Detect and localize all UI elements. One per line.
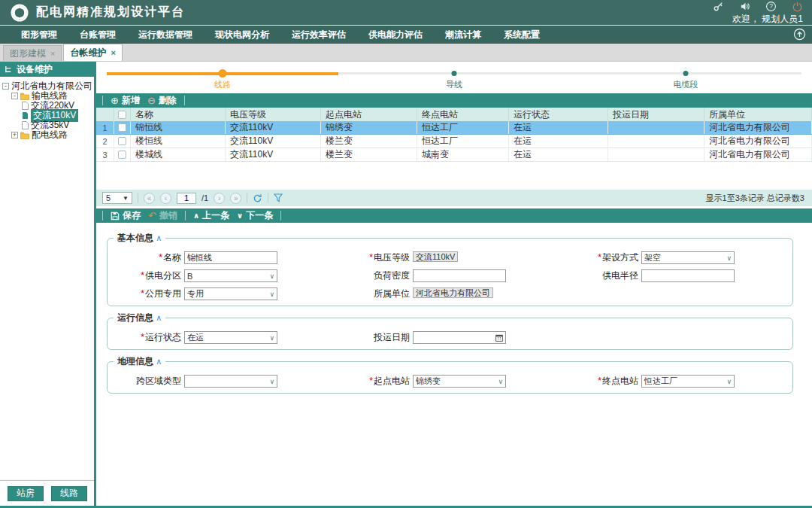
cell-voltage: 交流110kV [226,148,321,161]
region-type-select[interactable]: ∨ [184,375,277,388]
wizard-stepper: 线路 导线 电缆段 [96,62,812,90]
cell-org: 河北省电力有限公司 [704,135,812,148]
start-station-select[interactable]: 锦绣变∨ [413,375,506,388]
cell-status: 在运 [509,135,608,148]
col-header-voltage[interactable]: 电压等级 [226,108,321,121]
prev-record-button[interactable]: ∧ 上一条 [193,209,229,222]
load-density-input[interactable] [413,269,506,282]
name-input[interactable] [184,251,277,264]
save-button[interactable]: 保存 [111,209,141,222]
page-size-select[interactable]: 5 ▼ [102,192,132,204]
key-icon[interactable] [713,1,724,12]
last-page-button[interactable]: » [230,193,241,204]
radius-input[interactable] [641,269,735,282]
step-dot[interactable] [219,69,227,78]
start-station-label: 起点电站 [277,375,410,388]
menu-item-graphic-mgmt[interactable]: 图形管理 [21,29,57,41]
erection-label: 架设方式 [506,251,638,264]
line-button[interactable]: 线路 [51,486,87,501]
step-conductor[interactable]: 导线 [338,69,570,90]
app-logo-icon [11,4,29,22]
commission-date-input[interactable] [413,331,506,344]
tree-node-distribution-lines[interactable]: + 配电线路 [2,130,92,140]
table-row[interactable]: 3 楼城线 交流110kV 楼兰变 城南变 在运 河北省电力有限公司 [96,148,812,162]
next-record-button[interactable]: ∨ 下一条 [237,209,273,222]
col-header-start-station[interactable]: 起点电站 [321,108,417,121]
erection-select[interactable]: 架空∨ [641,251,735,264]
status-select[interactable]: 在运∨ [184,331,277,344]
status-label: 运行状态 [108,331,181,344]
table-row[interactable]: 2 楼恒线 交流110kV 楼兰变 恒达工厂 在运 河北省电力有限公司 [96,135,812,148]
public-select[interactable]: 专用∨ [184,287,277,300]
undo-button[interactable]: ↶ 撤销 [148,209,177,222]
row-checkbox[interactable] [118,123,126,132]
prev-page-button[interactable]: ‹ [160,193,171,204]
menu-item-efficiency-eval[interactable]: 运行效率评估 [292,29,346,41]
zone-select[interactable]: B∨ [184,269,277,282]
select-all-checkbox[interactable] [118,111,126,119]
svg-text:?: ? [769,2,773,10]
cell-start-station: 锦绣变 [321,121,417,134]
expand-icon[interactable]: + [11,132,18,138]
delete-button[interactable]: ⊖ 删除 [147,94,177,107]
table-header-row: 名称 电压等级 起点电站 终点电站 运行状态 投运日期 所属单位 [96,108,812,121]
zone-label: 供电分区 [108,269,181,282]
collapse-icon[interactable]: - [11,93,18,99]
step-line[interactable]: 线路 [107,69,338,90]
end-station-select[interactable]: 恒达工厂∨ [641,375,735,388]
page-number-input[interactable] [177,193,196,204]
filter-icon[interactable] [274,193,283,202]
col-header-status[interactable]: 运行状态 [509,108,608,121]
menu-item-system-config[interactable]: 系统配置 [504,29,540,41]
chevron-down-icon: ∨ [269,272,274,280]
power-icon[interactable] [792,1,803,12]
col-header-name[interactable]: 名称 [131,108,226,121]
collapse-chevron-icon[interactable]: ∧ [156,357,162,366]
public-label: 公用专用 [108,287,181,300]
table-row[interactable]: 1 锦恒线 交流110kV 锦绣变 恒达工厂 在运 河北省电力有限公司 [96,121,812,135]
menu-item-capacity-eval[interactable]: 供电能力评估 [368,29,423,41]
device-tree: - 河北省电力有限公司 - 输电线路 交流220kV [0,77,94,480]
sound-icon[interactable] [739,1,750,12]
menu-item-operation-data[interactable]: 运行数据管理 [138,29,192,41]
running-info-legend[interactable]: 运行信息 ∧ [114,312,165,324]
collapse-icon[interactable]: - [2,83,9,90]
menu-collapse-icon[interactable] [793,28,806,43]
station-button[interactable]: 站房 [8,486,44,501]
first-page-button[interactable]: « [144,193,155,204]
row-checkbox[interactable] [118,151,126,159]
cell-end-station: 城南变 [417,148,509,161]
col-header-org[interactable]: 所属单位 [704,108,812,121]
tab-ledger-maintenance[interactable]: 台帐维护 × [63,44,122,61]
col-header-end-station[interactable]: 终点电站 [417,108,509,121]
tab-bar: 图形建模 × 台帐维护 × [0,44,812,62]
tab-close-icon[interactable]: × [111,48,115,57]
next-page-button[interactable]: › [214,193,225,204]
tab-graphic-modeling[interactable]: 图形建模 × [3,45,62,61]
cell-status: 在运 [509,121,608,134]
chevron-down-icon: ∨ [726,254,732,262]
menu-item-power-flow[interactable]: 潮流计算 [445,29,481,41]
org-readonly-field: 河北省电力有限公司 [413,287,493,298]
collapse-chevron-icon[interactable]: ∧ [156,313,162,322]
sidebar-title: 设备维护 [17,63,53,76]
geo-info-legend[interactable]: 地理信息 ∧ [114,355,165,368]
step-dot[interactable] [452,71,457,76]
tab-close-icon[interactable]: × [50,49,55,58]
row-checkbox[interactable] [118,137,126,145]
help-icon[interactable]: ? [765,1,777,12]
refresh-icon[interactable] [253,193,262,203]
add-button[interactable]: ⊕ 新增 [111,94,140,107]
menu-item-grid-analysis[interactable]: 现状电网分析 [215,29,269,41]
col-header-commission-date[interactable]: 投运日期 [608,108,704,121]
caret-down-icon: ▼ [123,195,129,202]
chevron-up-icon: ∧ [193,211,199,220]
collapse-chevron-icon[interactable]: ∧ [156,233,162,242]
line-table: 名称 电压等级 起点电站 终点电站 运行状态 投运日期 所属单位 1 锦恒线 交… [96,108,812,162]
basic-info-legend[interactable]: 基本信息 ∧ [114,232,165,245]
undo-label: 撤销 [159,209,177,222]
step-cable-section[interactable]: 电缆段 [570,69,801,90]
menu-item-ledger-mgmt[interactable]: 台账管理 [80,29,116,41]
step-dot[interactable] [683,71,689,76]
cell-org: 河北省电力有限公司 [704,148,812,161]
